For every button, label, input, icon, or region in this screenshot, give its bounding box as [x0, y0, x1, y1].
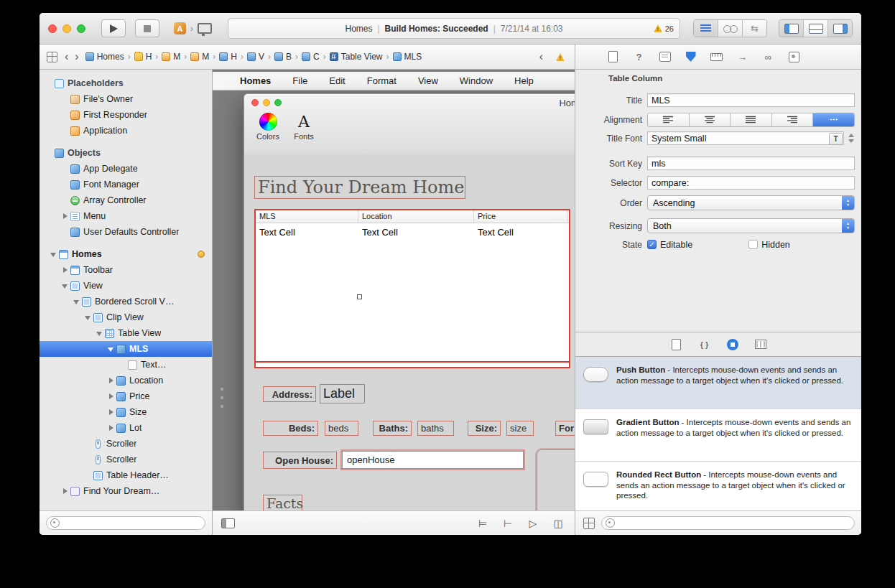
disclosure-right-icon[interactable] [61, 213, 69, 220]
document-outline-toggle[interactable] [221, 518, 235, 528]
outline-row[interactable]: Toolbar [40, 262, 212, 278]
forward-button[interactable]: › [75, 51, 78, 62]
menu-item-view[interactable]: View [418, 75, 438, 86]
outline-row[interactable]: Scroller [40, 436, 212, 452]
beds-value-label[interactable]: beds [325, 421, 358, 436]
outline-row[interactable]: Array Controller [40, 192, 212, 208]
disclosure-right-icon[interactable] [107, 409, 115, 416]
scheme-selector[interactable]: A › [174, 22, 212, 34]
hidden-checkbox[interactable] [748, 240, 758, 249]
utilities-toggle-button[interactable] [827, 20, 852, 37]
table-column-header[interactable]: Location [358, 210, 474, 223]
version-editor-button[interactable]: ⇆ [742, 20, 766, 37]
outline-row[interactable]: First Responder [40, 107, 212, 123]
disclosure-right-icon[interactable] [107, 424, 115, 432]
alignment-justify-segment[interactable] [730, 113, 771, 126]
back-button[interactable]: ‹ [65, 51, 68, 62]
jumpbar-crumb[interactable]: Homes [85, 52, 124, 62]
title-field[interactable]: MLS [647, 93, 855, 107]
alignment-left-segment[interactable] [648, 113, 689, 126]
outline-row[interactable]: File's Owner [40, 91, 212, 107]
table-column-header[interactable]: MLS [256, 210, 358, 223]
jumpbar-crumb[interactable]: M [162, 52, 180, 62]
close-button[interactable] [48, 24, 57, 33]
font-stepper[interactable] [847, 134, 855, 143]
outline-row[interactable]: Clip View [40, 309, 212, 325]
jumpbar-crumb[interactable]: Table View [330, 52, 383, 62]
openhouse-field[interactable]: openHouse [342, 451, 524, 469]
baths-value-label[interactable]: baths [417, 421, 454, 436]
menu-item-file[interactable]: File [292, 75, 307, 86]
tab-object-library[interactable] [726, 338, 739, 351]
forsale-label[interactable]: For S [555, 421, 575, 436]
baths-label[interactable]: Baths: [373, 421, 412, 436]
tab-file-inspector[interactable] [607, 51, 619, 63]
outline-row[interactable]: Size [40, 404, 212, 420]
table-view-canvas[interactable]: MLSLocationPrice Text CellText CellText … [254, 209, 570, 368]
run-button[interactable] [101, 19, 126, 37]
debug-area-toggle-button[interactable] [803, 20, 827, 37]
disclosure-down-icon[interactable] [107, 345, 115, 353]
selector-field[interactable]: compare: [647, 176, 855, 190]
tab-quick-help[interactable]: ? [633, 51, 645, 63]
facts-label[interactable]: Facts [263, 495, 302, 511]
outline-row[interactable]: Table View [40, 325, 212, 341]
library-item[interactable]: Rounded Rect Button- Intercepts mouse-do… [575, 462, 861, 511]
embed-button[interactable]: ◫ [550, 518, 566, 529]
tab-code-snippets[interactable]: { } [698, 338, 711, 351]
tab-bindings-inspector[interactable]: ∞ [762, 51, 774, 63]
zoom-button[interactable] [77, 24, 85, 33]
menu-item-format[interactable]: Format [367, 75, 397, 86]
disclosure-down-icon[interactable] [96, 330, 103, 337]
sort-key-field[interactable]: mls [647, 157, 855, 170]
outline-row[interactable]: Bordered Scroll V… [40, 294, 212, 309]
tab-view-effects-inspector[interactable] [788, 51, 800, 63]
pin-button[interactable]: ⊢ [500, 518, 516, 529]
outline-row[interactable]: Price [40, 388, 212, 404]
outline-row[interactable]: Scroller [40, 452, 212, 467]
jumpbar-crumb[interactable]: M [190, 52, 209, 62]
alignment-center-segment[interactable] [689, 113, 731, 126]
outline-section-header[interactable]: Objects [40, 145, 212, 161]
disclosure-right-icon[interactable] [61, 266, 69, 274]
alignment-right-segment[interactable] [771, 113, 813, 126]
selection-handle[interactable] [357, 294, 362, 299]
order-popup[interactable]: Ascending ▲▼ [647, 195, 855, 210]
stop-button[interactable] [135, 19, 159, 37]
table-column-header[interactable]: Price [474, 210, 567, 223]
assistant-editor-button[interactable] [718, 20, 742, 37]
menu-item-homes[interactable]: Homes [240, 75, 271, 86]
alignment-natural-segment[interactable] [812, 113, 854, 126]
jumpbar-crumb[interactable]: C [302, 52, 320, 62]
address-value-label[interactable]: Label [320, 384, 365, 403]
previous-issue-button[interactable]: ‹ [539, 51, 543, 62]
library-item[interactable]: Push Button- Intercepts mouse-down event… [575, 357, 861, 409]
disclosure-down-icon[interactable] [50, 251, 57, 258]
outline-row[interactable]: MLS [40, 341, 212, 357]
outline-row[interactable]: Homes [40, 246, 212, 262]
colors-toolbar-item[interactable]: Colors [251, 112, 284, 141]
address-label[interactable]: Address: [263, 386, 316, 402]
jumpbar-crumb[interactable]: H [134, 52, 152, 62]
issue-warning-icon[interactable] [556, 53, 565, 61]
group-box[interactable] [537, 449, 575, 511]
fonts-toolbar-item[interactable]: A Fonts [287, 112, 320, 141]
minimize-button[interactable] [62, 24, 71, 33]
outline-row[interactable]: Location [40, 373, 212, 388]
outline-filter-field[interactable] [46, 516, 205, 530]
menu-item-window[interactable]: Window [460, 75, 493, 86]
library-filter-field[interactable] [601, 516, 855, 530]
menu-item-help[interactable]: Help [514, 75, 534, 86]
design-window[interactable]: Homes Colors A Fonts Find Your Dream Hom… [244, 93, 575, 511]
library-view-toggle[interactable] [583, 518, 595, 529]
dream-home-title-label[interactable]: Find Your Dream Home [254, 176, 465, 199]
jumpbar-crumb[interactable]: H [219, 52, 237, 62]
menu-item-edit[interactable]: Edit [329, 75, 345, 86]
outline-row[interactable]: User Defaults Controller [40, 224, 212, 240]
outline-row[interactable]: App Delegate [40, 161, 212, 177]
disclosure-down-icon[interactable] [61, 282, 69, 290]
jumpbar-crumb[interactable]: B [274, 52, 292, 62]
disclosure-down-icon[interactable] [84, 314, 92, 322]
openhouse-label[interactable]: Open House: [263, 452, 337, 469]
tab-identity-inspector[interactable] [659, 51, 671, 63]
